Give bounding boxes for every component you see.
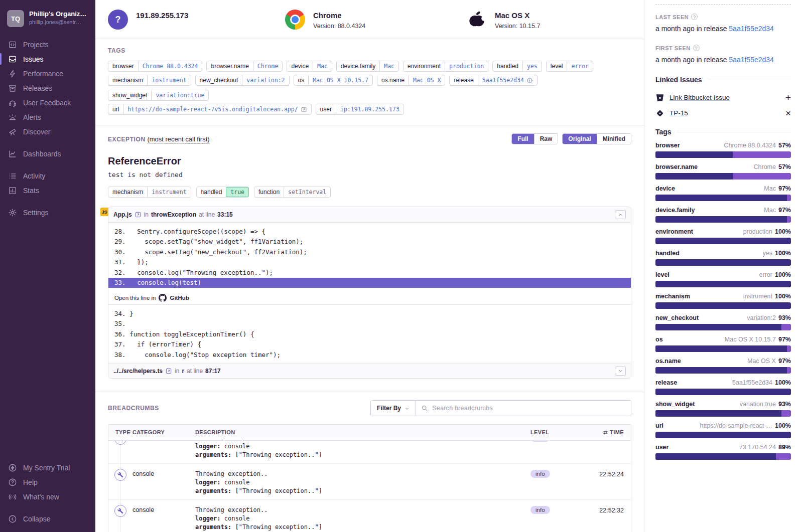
sidebar-footer-item[interactable]: Help xyxy=(0,475,95,489)
next-stack-frame[interactable]: ../../src/helpers.ts in r at line 87:17 xyxy=(108,364,631,378)
tag-distribution-row[interactable]: show_widget variation:true93% xyxy=(655,401,791,417)
tag-distribution-row[interactable]: release 5aa1f55e2d34100% xyxy=(655,379,791,395)
tag-pill[interactable]: url https://do-sample-react-7v5is.ondigi… xyxy=(108,104,312,115)
sidebar-footer-item[interactable]: Collapse xyxy=(0,511,95,526)
sidebar-item[interactable]: Stats xyxy=(0,183,95,198)
breadcrumbs-filter-button[interactable]: Filter By xyxy=(371,401,416,416)
open-in-github-row[interactable]: Open this line in GitHub xyxy=(108,291,631,305)
tag-percent: 97% xyxy=(778,336,791,343)
breadcrumb-category: console xyxy=(132,441,195,441)
github-link[interactable]: GitHub xyxy=(170,295,189,301)
sidebar-item-icon xyxy=(8,208,17,217)
view-toggle-button[interactable]: Full xyxy=(512,134,533,144)
format-toggle-button[interactable]: Original xyxy=(563,134,596,144)
format-toggle-button[interactable]: Minified xyxy=(597,134,631,144)
tag-pill[interactable]: show_widget variation:true xyxy=(108,90,209,101)
breadcrumbs-search-input[interactable] xyxy=(432,404,626,412)
first-seen-value: a month ago in release 5aa1f55e2d34 xyxy=(655,56,791,64)
os-version: Version: 10.15.7 xyxy=(495,23,540,30)
tag-pill[interactable]: device.family Mac xyxy=(336,61,399,72)
tag-pill[interactable]: device Mac xyxy=(287,61,332,72)
breadcrumbs-table-body[interactable]: console Throwing exception.. logger: con… xyxy=(108,441,631,532)
sidebar-footer-item[interactable]: What's new xyxy=(0,489,95,504)
tag-distribution-row[interactable]: level error100% xyxy=(655,271,791,287)
col-time[interactable]: ⇄TIME xyxy=(575,425,631,440)
tag-distribution-row[interactable]: environment production100% xyxy=(655,228,791,244)
sidebar-item[interactable]: Dashboards xyxy=(0,146,95,161)
sidebar-item[interactable]: Issues xyxy=(0,52,95,66)
tag-distribution-row[interactable]: url https://do-sample-react-…100% xyxy=(655,422,791,438)
tag-pill[interactable]: os Mac OS X 10.15.7 xyxy=(294,75,373,86)
help-icon[interactable]: ? xyxy=(691,14,698,20)
breadcrumb-row: console Throwing exception.. logger: con… xyxy=(108,441,631,463)
chevron-down-icon xyxy=(618,368,623,374)
stack-frame-header[interactable]: App.js in throwException at line 33:15 xyxy=(108,207,631,223)
browser-version: Version: 88.0.4324 xyxy=(313,23,365,30)
sidebar-item[interactable]: User Feedback xyxy=(0,95,95,110)
sidebar-item[interactable]: Performance xyxy=(0,66,95,81)
github-icon xyxy=(159,294,167,302)
sidebar-footer: My Sentry Trial Help What's new Collapse xyxy=(0,460,95,526)
tag-distribution-row[interactable]: browser Chrome 88.0.432457% xyxy=(655,142,791,158)
tag-pill[interactable]: os.name Mac OS X xyxy=(377,75,445,86)
tag-pill-rows: browser Chrome 88.0.4324 browser.name Ch… xyxy=(108,61,631,115)
open-file-external-icon[interactable] xyxy=(165,368,172,375)
tag-percent: 100% xyxy=(775,250,791,257)
sidebar-item-icon xyxy=(8,113,17,122)
tag-pill[interactable]: browser Chrome 88.0.4324 xyxy=(108,61,202,72)
sidebar-item[interactable]: Discover xyxy=(0,124,95,139)
view-toggle-button[interactable]: Raw xyxy=(534,134,558,144)
tag-distribution-row[interactable]: os.name Mac OS X97% xyxy=(655,358,791,374)
stack-frame: JS App.js in throwException at line 33:1… xyxy=(108,207,631,379)
release-link[interactable]: 5aa1f55e2d34 xyxy=(729,56,774,64)
tag-distribution-row[interactable]: device.family Mac97% xyxy=(655,207,791,223)
tag-percent: 97% xyxy=(778,207,791,214)
linked-issue-action-button[interactable]: + xyxy=(785,93,791,102)
linked-issue-link[interactable]: TP-15 xyxy=(670,109,688,117)
tag-pill[interactable]: user ip:191.89.255.173 xyxy=(316,104,404,115)
linked-issue-action-button[interactable]: × xyxy=(785,108,791,118)
tag-distribution-row[interactable]: browser.name Chrome57% xyxy=(655,163,791,180)
code-line: 38. console.log("Stop exception timer"); xyxy=(108,349,631,360)
chevron-up-icon xyxy=(618,212,623,218)
tag-name: mechanism xyxy=(655,293,690,300)
tag-pill[interactable]: new_checkout variation:2 xyxy=(195,75,290,86)
browser-name: Chrome xyxy=(313,11,365,20)
org-switcher[interactable]: TQ Phillip's Organiz… phillip.jones@sent… xyxy=(0,6,95,37)
help-icon[interactable]: ? xyxy=(693,45,700,51)
os-name: Mac OS X xyxy=(495,11,540,20)
collapse-frame-button[interactable] xyxy=(615,210,626,219)
tag-pill[interactable]: mechanism instrument xyxy=(108,75,191,86)
breadcrumbs-table: TYPE CATEGORY DESCRIPTION LEVEL ⇄TIME co… xyxy=(108,424,631,532)
tag-distribution-row[interactable]: device Mac97% xyxy=(655,185,791,201)
frame-lineno: 87:17 xyxy=(205,368,221,375)
release-link[interactable]: 5aa1f55e2d34 xyxy=(729,25,774,33)
annotation-pill: function setInterval xyxy=(254,187,331,198)
context-browser: Chrome Version: 88.0.4324 xyxy=(285,10,467,30)
tag-distribution-row[interactable]: handled yes100% xyxy=(655,250,791,266)
context-os: Mac OS X Version: 10.15.7 xyxy=(467,10,540,30)
sidebar-item[interactable]: Alerts xyxy=(0,110,95,124)
tag-name: os xyxy=(655,336,663,343)
tag-pill[interactable]: browser.name Chrome xyxy=(206,61,283,72)
linked-issue-link[interactable]: Link Bitbucket Issue xyxy=(670,94,730,101)
tag-distribution-bar xyxy=(655,410,791,417)
tag-pill[interactable]: release 5aa1f55e2d34 xyxy=(449,75,537,86)
tag-distribution-row[interactable]: mechanism instrument100% xyxy=(655,293,791,309)
sidebar-item[interactable]: Settings xyxy=(0,205,95,220)
expand-frame-button[interactable] xyxy=(615,367,626,376)
open-file-external-icon[interactable] xyxy=(135,211,142,218)
tag-distribution-row[interactable]: new_checkout variation:293% xyxy=(655,314,791,330)
tag-pill[interactable]: environment production xyxy=(403,61,488,72)
code-line: 30. scope.setTag("new_checkout", ff2Vari… xyxy=(108,247,631,257)
sidebar-item-label: Stats xyxy=(23,187,39,195)
tag-distribution-row[interactable]: user 73.170.54.2489% xyxy=(655,444,791,460)
tag-pill[interactable]: level error xyxy=(546,61,593,72)
tag-distribution-row[interactable]: os Mac OS X 10.15.797% xyxy=(655,336,791,352)
tag-pill[interactable]: handled yes xyxy=(492,61,542,72)
sidebar-item[interactable]: Activity xyxy=(0,168,95,183)
sidebar-item[interactable]: Releases xyxy=(0,81,95,95)
tag-name: os.name xyxy=(655,358,681,365)
sidebar-item[interactable]: Projects xyxy=(0,37,95,52)
sidebar-footer-item[interactable]: My Sentry Trial xyxy=(0,460,95,475)
